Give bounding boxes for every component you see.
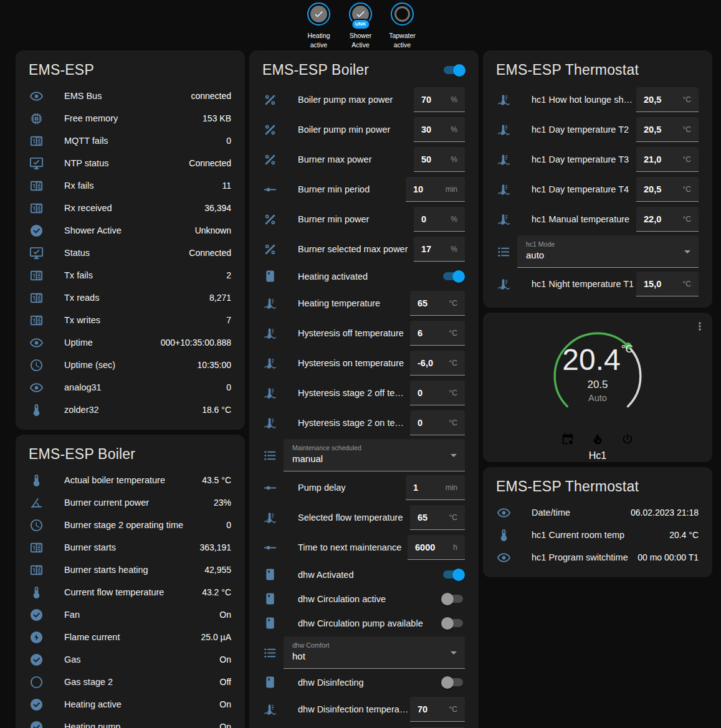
coolant-icon [263,356,277,371]
row-value: 42,955 [204,565,231,575]
toggle-heating-activated[interactable] [441,270,465,283]
row-fan[interactable]: FanOn [24,603,237,626]
row-tx-reads[interactable]: Tx reads8,271 [24,286,237,309]
select-dhw-comfort[interactable]: dhw Comforthot [284,636,465,669]
counter-icon [29,563,44,577]
row-label: Selected flow temperature [298,513,410,522]
number-input-hysteresis-stage-2-on-temp[interactable]: 0°C [410,410,465,435]
thermostat-dial[interactable]: 20.4°C 20.5 Auto [544,323,651,430]
row-hc1-current-room-temp[interactable]: hc1 Current room temp20.4 °C [491,524,704,546]
number-input-time-to-next-maintenance[interactable]: 6000h [408,535,465,560]
number-input-hysteresis-off-temperature[interactable]: 6°C [410,321,465,346]
number-input-burner-max-power[interactable]: 50% [414,147,465,172]
row-shower-active[interactable]: Shower ActiveUnknown [24,219,237,242]
row-actual-boiler-temperature[interactable]: Actual boiler temperature43.5 °C [24,469,237,491]
row-zolder32[interactable]: zolder3218.6 °C [24,399,237,421]
row-tx-writes[interactable]: Tx writes7 [24,309,237,331]
row-gas[interactable]: GasOn [24,648,237,671]
more-options-button[interactable] [691,318,709,335]
row-label: Burner min power [298,214,414,224]
switch-thumb [452,569,465,581]
row-burner-current-power[interactable]: Burner current power23% [24,491,237,514]
row-heating-active[interactable]: Heating activeOn [24,693,237,716]
badge-tapwater-active[interactable]: Tapwateractive [384,2,421,50]
row-label: Burner max power [298,154,414,164]
row-status[interactable]: StatusConnected [24,242,237,264]
badge-shower-active[interactable]: UNKShowerActive [342,2,380,50]
number-input-hc1-night-temperature-t1[interactable]: 15,0°C [636,272,699,296]
badge-heating-active[interactable]: Heatingactive [300,2,338,50]
row-label: hc1 Day temperature T2 [532,125,636,135]
heat-mode-fire-icon[interactable] [591,432,604,446]
number-input-hc1-manual-temperature[interactable]: 22,0°C [636,207,699,232]
toggle-dhw-disinfecting[interactable] [441,676,465,689]
row-hysteresis-off-temperature: Hysteresis off temperature6°C [257,318,470,348]
select-hc1-mode[interactable]: hc1 Modeauto [517,235,699,268]
row-flame-current[interactable]: Flame current25.0 µA [24,626,237,648]
number-input-burner-min-power[interactable]: 0% [414,207,465,232]
toggle-dhw-circulation-active[interactable] [441,593,465,605]
number-input-hc1-day-temperature-t2[interactable]: 20,5°C [636,117,699,142]
number-input-burner-selected-max-power[interactable]: 17% [414,237,465,262]
number-unit: °C [678,155,691,164]
row-label: dhw Disinfecting [298,678,441,688]
number-input-hysteresis-stage-2-off-temp[interactable]: 0°C [410,381,465,405]
row-dhw-disinfecting: dhw Disinfecting [257,670,470,694]
toggle-dhw-circulation-pump-available[interactable] [441,617,465,630]
number-unit: % [446,95,457,104]
row-free-memory[interactable]: Free memory153 KB [24,107,237,130]
number-input-heating-temperature[interactable]: 65°C [410,291,465,316]
card-title: EMS-ESP Thermostat [496,478,639,495]
coolant-icon [497,153,511,167]
row-value: 0 [226,382,231,392]
card-thermostat-dial: 20.4°C 20.5 Auto Hc1 [483,313,712,462]
row-burner-starts[interactable]: Burner starts363,191 [24,536,237,559]
row-mqtt-fails[interactable]: MQTT fails0 [24,130,237,152]
row-hc1-program-switchtime[interactable]: hc1 Program switchtime00 mo 00:00 T1 [491,546,704,569]
number-input-selected-flow-temperature[interactable]: 65°C [410,505,465,530]
number-input-hc1-day-temperature-t3[interactable]: 21,0°C [636,147,699,172]
row-ems-bus[interactable]: EMS Busconnected [24,85,237,107]
number-input-hc1-day-temperature-t4[interactable]: 20,5°C [636,177,699,202]
row-label: zolder32 [64,405,196,415]
row-burner-starts-heating[interactable]: Burner starts heating42,955 [24,559,237,581]
number-input-pump-delay[interactable]: 1min [406,475,465,500]
row-value: 0 [226,136,231,146]
row-ntp-status[interactable]: NTP statusConnected [24,152,237,174]
row-gas-stage-2[interactable]: Gas stage 2Off [24,671,237,693]
row-label: MQTT fails [64,136,220,146]
badge-label: ShowerActive [350,31,372,50]
coolant-icon [497,93,511,107]
auto-mode-calendar-icon[interactable] [561,432,575,446]
row-date-time[interactable]: Date/time06.02.2023 21:18 [491,501,704,524]
row-burner-stage-2-operating-time[interactable]: Burner stage 2 operating time0 [24,514,237,536]
row-rx-fails[interactable]: Rx fails11 [24,174,237,197]
row-value: 10:35:00 [198,360,232,370]
counter-icon [29,291,44,305]
row-uptime[interactable]: Uptime000+10:35:00.888 [24,331,237,354]
row-analog31[interactable]: analog310 [24,376,237,399]
number-input-hysteresis-on-temperature[interactable]: -6,0°C [410,351,465,376]
row-uptime-sec[interactable]: Uptime (sec)10:35:00 [24,354,237,376]
number-input-burner-min-period[interactable]: 10min [406,177,465,202]
row-tx-fails[interactable]: Tx fails2 [24,264,237,286]
power-off-icon[interactable] [621,432,634,446]
card-header: EMS-ESP Thermostat [491,475,704,501]
number-input-dhw-disinfection-temperature[interactable]: 70°C [410,697,465,722]
row-heating-pump[interactable]: Heating pumpOn [24,716,237,728]
row-dhw-flow-temperature-offset: dhw Flow temperature offset40°C [257,724,470,728]
toggle-dhw-activated[interactable] [441,569,465,581]
coolant-icon [263,386,277,400]
number-input-boiler-pump-max-power[interactable]: 70% [414,87,465,112]
row-value: 20.4 °C [669,530,699,540]
row-hysteresis-on-temperature: Hysteresis on temperature-6,0°C [257,348,470,378]
number-input-hc1-how-hot-lounge-should[interactable]: 20,5°C [636,87,699,112]
row-current-flow-temperature[interactable]: Current flow temperature43.2 °C [24,581,237,603]
counter-icon [29,313,44,328]
select-maintenance-scheduled[interactable]: Maintenance scheduledmanual [284,439,465,471]
number-input-boiler-pump-min-power[interactable]: 30% [414,117,465,142]
card-header-toggle[interactable] [442,64,466,77]
row-label: Heating active [64,699,213,709]
row-selected-flow-temperature: Selected flow temperature65°C [257,503,470,532]
row-rx-received[interactable]: Rx received36,394 [24,197,237,219]
